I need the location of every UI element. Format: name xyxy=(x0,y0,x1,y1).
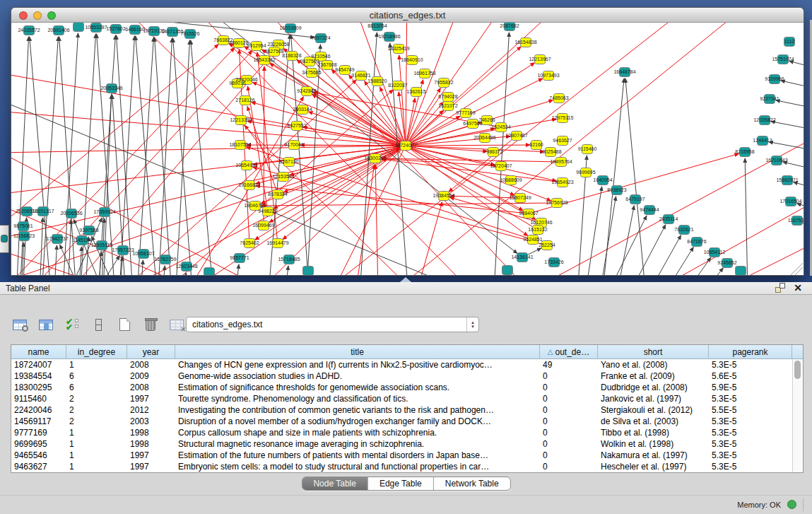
graph-node-label: 16914479 xyxy=(266,240,288,245)
graph-node-label: 12923448 xyxy=(175,264,197,269)
table-row[interactable]: 969969511998Structural magnetic resonanc… xyxy=(11,438,792,450)
graph-node-label: 9463627 xyxy=(553,138,572,143)
delete-column-icon[interactable] xyxy=(141,315,160,334)
graph-node-label: 16961758 xyxy=(413,71,435,76)
graph-node-label: 16210643 xyxy=(765,158,787,163)
graph-node-label: 7955812 xyxy=(434,80,453,85)
graph-node-label: 14136141 xyxy=(511,255,533,259)
graph-node-label: 1244413 xyxy=(753,138,772,143)
panel-splitter-handle[interactable] xyxy=(400,277,411,282)
column-header-out_de[interactable]: △out_de… xyxy=(540,345,598,358)
graph-node-label: 9115460 xyxy=(578,146,597,151)
graph-node-label: 2718126 xyxy=(235,98,254,103)
table-cell: Investigating the contribution of common… xyxy=(175,405,540,415)
table-row[interactable]: 1872400712008Changes of HCN gene express… xyxy=(11,359,792,370)
column-header-year[interactable]: year xyxy=(127,345,175,358)
graph-node-label: 16648784 xyxy=(613,69,635,74)
column-chooser-icon[interactable] xyxy=(37,315,55,334)
graph-node-label: 18191317 xyxy=(32,209,54,214)
graph-node-label: 9524851 xyxy=(523,237,542,242)
table-cell: Corpus callosum shape and size in male p… xyxy=(175,428,540,438)
scrollbar-thumb[interactable] xyxy=(794,361,801,379)
tab-node-table[interactable]: Node Table xyxy=(302,477,368,490)
graph-node[interactable] xyxy=(303,267,314,276)
graph-node-label: 9329966 xyxy=(765,76,784,81)
tab-network-table[interactable]: Network Table xyxy=(434,477,510,490)
close-panel-icon[interactable]: ✕ xyxy=(794,283,802,293)
table-cell: 9699695 xyxy=(11,439,66,449)
select-attributes-icon[interactable]: ✔ ✔ xyxy=(63,315,81,334)
graph-node-label: 18640910 xyxy=(401,57,423,62)
graph-node-label: 2367608 xyxy=(317,62,336,67)
table-cell: 5.3E-5 xyxy=(709,416,792,426)
graph-node[interactable] xyxy=(73,23,84,32)
table-row[interactable]: 911546021997Tourette syndrome. Phenomeno… xyxy=(11,393,792,404)
table-row[interactable]: 2242004622012Investigating the contribut… xyxy=(11,404,792,416)
graph-node-label: 16120746 xyxy=(530,220,552,225)
graph-node-label: 7857224 xyxy=(311,35,330,40)
table-cell: 1997 xyxy=(127,394,175,404)
table-row[interactable]: 946554611997Estimation of the future num… xyxy=(11,450,792,461)
table-settings-icon[interactable] xyxy=(11,315,29,334)
table-type-tabs: Node TableEdge TableNetwork Table xyxy=(301,477,510,491)
graph-node-label: 12035822 xyxy=(753,117,775,122)
graph-node-label: 10688609 xyxy=(500,177,522,182)
column-header-short[interactable]: short xyxy=(598,345,709,358)
graph-node-label: 9884067 xyxy=(519,211,538,216)
column-header-in_degree[interactable]: in_degree xyxy=(66,345,127,358)
new-column-icon[interactable] xyxy=(115,315,134,334)
graph-node-label: 9699695 xyxy=(576,170,595,175)
table-row[interactable]: 977716911998Corpus callosum shape and si… xyxy=(11,427,792,438)
graph-node-label: 19495764 xyxy=(550,159,572,164)
tab-edge-table[interactable]: Edge Table xyxy=(368,477,434,490)
table-cell: 1997 xyxy=(127,450,175,460)
float-panel-icon[interactable] xyxy=(775,283,785,293)
table-cell: 19384554 xyxy=(11,371,66,381)
column-header-title[interactable]: title xyxy=(175,345,540,358)
graph-node-label: 10654112 xyxy=(704,250,726,255)
delete-table-icon[interactable]: ✕ xyxy=(167,315,186,334)
table-row[interactable]: 1830029562008Estimation of significance … xyxy=(11,382,792,393)
table-row[interactable]: 1456911722003Disruption of a novel membe… xyxy=(11,416,792,427)
table-cell: 2009 xyxy=(127,371,175,381)
table-cell: Stergiakouli et al. (2012) xyxy=(598,405,709,415)
window-titlebar[interactable]: citations_edges.txt xyxy=(11,8,804,23)
table-scrollbar[interactable] xyxy=(792,359,803,472)
table-row[interactable]: 1938455462009Genome-wide association stu… xyxy=(11,370,792,382)
graph-node-label: 8860128 xyxy=(229,40,248,45)
table-cell: 1 xyxy=(66,450,127,460)
graph-node-label: 9245652 xyxy=(717,260,736,265)
table-toolbar: ✔ ✔ ✕ f(x) xyxy=(11,315,212,334)
merge-rows-icon[interactable] xyxy=(89,315,107,334)
graph-node-label: 1362615 xyxy=(406,89,425,94)
column-header-pagerank[interactable]: pagerank xyxy=(709,345,792,358)
table-chooser-dropdown[interactable]: citations_edges.txt ▲▼ xyxy=(186,317,479,332)
table-cell: 5.5E-5 xyxy=(709,405,792,415)
table-cell: Structural magnetic resonance image aver… xyxy=(175,439,540,449)
graph-node[interactable] xyxy=(736,267,746,276)
graph-node-label: 9146821 xyxy=(351,73,370,78)
graph-node[interactable] xyxy=(204,268,215,276)
table-row[interactable]: 946362711997Embryonic stem cells: a mode… xyxy=(11,461,792,472)
table-cell: 5.3E-5 xyxy=(709,428,792,438)
table-cell: 9115460 xyxy=(11,394,66,404)
graph-node-label: 17016504 xyxy=(779,199,801,204)
graph-node-label: 15807249 xyxy=(509,195,531,200)
graph-node-label: 1733426 xyxy=(544,259,563,264)
graph-node-label: 19166827 xyxy=(238,182,260,187)
graph-node-label: 8322037 xyxy=(388,83,407,88)
table-cell: Dudbridge et al. (2008) xyxy=(598,382,709,392)
network-canvas[interactable]: 1872400718300295193845542403557220691406… xyxy=(11,23,804,275)
graph-node-label: 10654933 xyxy=(235,163,257,168)
graph-node-label: 7632621 xyxy=(674,227,693,232)
table-cell: 5.3E-5 xyxy=(709,394,792,404)
graph-node-label: 10973493 xyxy=(537,73,559,78)
table-cell: 0 xyxy=(540,428,598,438)
graph-node-label: 1112 xyxy=(784,39,795,44)
graph-node-label: 17359924 xyxy=(93,209,115,214)
column-header-name[interactable]: name xyxy=(11,345,66,358)
graph-node[interactable] xyxy=(502,266,513,275)
graph-node-label: 11156823 xyxy=(13,233,35,238)
graph-node-label: 23226058 xyxy=(267,42,289,47)
table-header-row: namein_degreeyeartitle△out_de…shortpager… xyxy=(11,345,803,359)
